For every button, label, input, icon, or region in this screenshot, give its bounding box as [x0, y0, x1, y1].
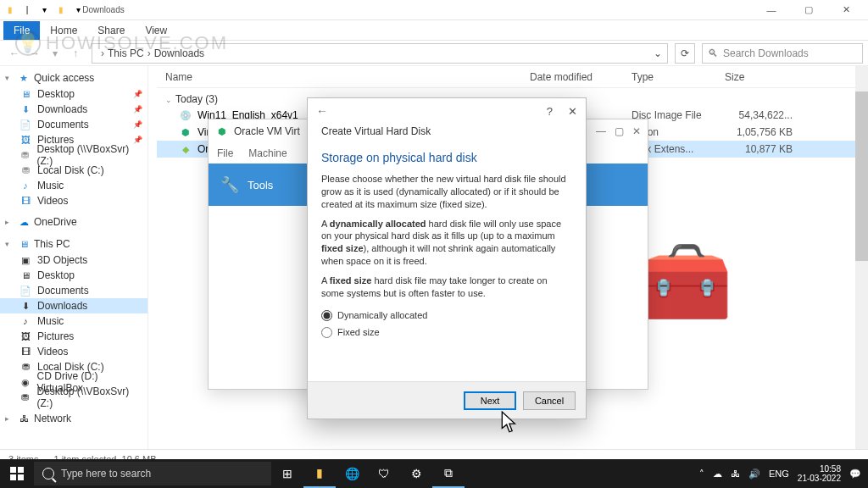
pin-icon: 📌 — [131, 118, 144, 131]
taskbar-explorer[interactable]: ▮ — [303, 459, 336, 488]
nav-pc-documents[interactable]: 📄Documents — [0, 283, 147, 298]
tray-volume[interactable]: 🔊 — [748, 469, 760, 480]
nav-videos[interactable]: 🎞Videos — [0, 193, 147, 208]
nav-netdesktop[interactable]: ⛃Desktop (\\VBoxSvr) (Z:) — [0, 147, 147, 163]
column-headers: Name Date modified Type Size — [157, 66, 860, 88]
nav-pc-downloads[interactable]: ⬇Downloads — [0, 298, 147, 313]
taskbar-search[interactable]: Type here to search — [34, 462, 271, 485]
star-icon: ★ — [17, 71, 31, 85]
nav-pc-desktop[interactable]: 🖥Desktop — [0, 268, 147, 283]
nav-3dobjects[interactable]: ▣3D Objects — [0, 252, 147, 268]
tray-chevron[interactable]: ˄ — [699, 469, 704, 480]
maximize-button[interactable]: ▢ — [790, 0, 827, 20]
pictures-icon: 🖼 — [19, 330, 32, 343]
maximize-button[interactable]: ▢ — [615, 125, 624, 137]
close-button[interactable]: ✕ — [827, 0, 865, 20]
chevron-down-icon[interactable]: ⌄ — [654, 47, 662, 59]
nav-thispc[interactable]: ▾🖥This PC — [0, 236, 147, 252]
wrench-icon: 🔧 — [220, 175, 239, 194]
help-button[interactable]: ? — [547, 105, 553, 118]
search-input[interactable]: 🔍︎ Search Downloads — [702, 43, 863, 64]
nav-music[interactable]: ♪Music — [0, 178, 147, 193]
col-type[interactable]: Type — [632, 71, 725, 83]
video-icon: 🎞 — [19, 194, 32, 208]
nav-pc-pictures[interactable]: 🖼Pictures — [0, 329, 147, 344]
ext-icon: ◆ — [179, 142, 192, 156]
wizard-section: Storage on physical hard disk — [308, 146, 586, 173]
pc-icon: 🖥 — [17, 237, 31, 251]
nav-network[interactable]: ▸🖧Network — [0, 410, 147, 427]
tray-onedrive[interactable]: ☁ — [713, 469, 722, 480]
col-size[interactable]: Size — [725, 71, 801, 83]
disc-icon: 💿 — [179, 108, 192, 122]
next-button[interactable]: Next — [464, 391, 516, 410]
document-icon: 📄 — [19, 118, 32, 131]
download-icon: ⬇ — [19, 299, 32, 313]
radio-fixed[interactable]: Fixed size — [321, 324, 572, 341]
wizard-title: Create Virtual Hard Disk — [308, 124, 586, 146]
app-icon: ⬢ — [179, 125, 192, 139]
minimize-button[interactable]: — — [753, 0, 790, 20]
folder-icon: ▮ — [3, 3, 17, 17]
nav-downloads[interactable]: ⬇Downloads📌 — [0, 102, 147, 117]
vertical-scrollbar[interactable] — [855, 66, 868, 449]
svg-rect-3 — [18, 474, 24, 480]
menu-file[interactable]: File — [217, 147, 233, 159]
drive-icon: ⛃ — [19, 360, 32, 374]
wizard-p1: Please choose whether the new virtual ha… — [321, 173, 572, 211]
create-disk-wizard: ← ?✕ Create Virtual Hard Disk Storage on… — [307, 97, 587, 419]
cancel-button[interactable]: Cancel — [523, 391, 576, 410]
radio-input[interactable] — [321, 327, 332, 338]
wizard-p2: A dynamically allocated hard disk file w… — [321, 218, 572, 268]
tray-notifications[interactable]: 💬 — [849, 469, 861, 480]
minimize-button[interactable]: — — [596, 125, 606, 137]
window-titlebar: ▮ | ▾ ▮ ▾ Downloads — ▢ ✕ — [0, 0, 868, 20]
taskbar-settings[interactable]: ⚙ — [400, 459, 432, 488]
tray-network[interactable]: 🖧 — [731, 469, 740, 479]
col-date[interactable]: Date modified — [530, 71, 632, 83]
refresh-button[interactable]: ⟳ — [675, 43, 695, 64]
svg-rect-1 — [18, 467, 24, 473]
tray-lang[interactable]: ENG — [769, 469, 789, 479]
close-button[interactable]: ✕ — [568, 105, 577, 118]
nav-onedrive[interactable]: ▸☁OneDrive — [0, 214, 147, 230]
radio-dynamic[interactable]: Dynamically allocated — [321, 307, 572, 324]
video-icon: 🎞 — [19, 345, 32, 358]
nav-documents[interactable]: 📄Documents📌 — [0, 117, 147, 132]
qat-divider: | — [20, 3, 34, 17]
download-icon: ⬇ — [19, 103, 32, 116]
search-icon — [42, 468, 54, 480]
dropdown-icon[interactable]: ▾ — [37, 3, 51, 17]
nav-desktop[interactable]: 🖥Desktop📌 — [0, 86, 147, 102]
folder-icon: ▮ — [54, 3, 68, 17]
pin-icon: 📌 — [131, 87, 144, 101]
back-button[interactable]: ← — [316, 104, 328, 118]
taskbar-chrome[interactable]: 🌐 — [336, 459, 368, 488]
drive-icon: ⛃ — [19, 391, 31, 404]
nav-pc-music[interactable]: ♪Music — [0, 313, 147, 329]
nav-quick-access[interactable]: ▾★Quick access — [0, 69, 147, 86]
pin-icon: 📌 — [131, 103, 144, 116]
col-name[interactable]: Name — [157, 71, 530, 83]
cloud-icon: ☁ — [17, 215, 31, 229]
drive-icon: ⛃ — [19, 164, 32, 177]
vbox-icon: ⬢ — [215, 125, 229, 138]
menu-machine[interactable]: Machine — [248, 147, 287, 159]
start-button[interactable] — [0, 459, 34, 488]
vbox-title: Oracle VM Virt — [234, 125, 300, 137]
close-button[interactable]: ✕ — [632, 125, 641, 137]
bulb-icon: 💡 — [15, 30, 41, 56]
taskbar-virtualbox[interactable]: ⧉ — [432, 459, 465, 488]
svg-rect-2 — [10, 474, 16, 480]
window-controls: — ▢ ✕ — [753, 0, 865, 20]
drive-icon: ⛃ — [19, 148, 31, 162]
search-icon: 🔍︎ — [708, 47, 718, 59]
watermark: 💡 HOWISOLVE.COM — [15, 30, 228, 56]
desktop-icon: 🖥 — [19, 87, 32, 101]
radio-input[interactable] — [321, 310, 332, 321]
nav-pc-netdesktop[interactable]: ⛃Desktop (\\VBoxSvr) (Z:) — [0, 390, 147, 405]
tray-clock[interactable]: 10:58 21-03-2022 — [798, 464, 841, 483]
taskbar-security[interactable]: 🛡 — [368, 459, 400, 488]
nav-pc-videos[interactable]: 🎞Videos — [0, 344, 147, 359]
task-view-button[interactable]: ⊞ — [271, 459, 303, 488]
